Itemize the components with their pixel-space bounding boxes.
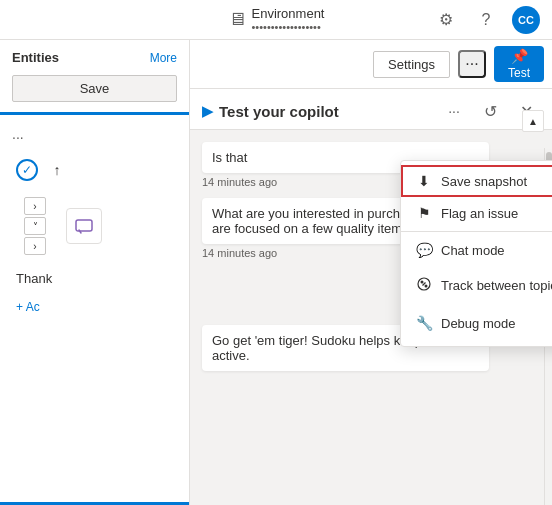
save-snapshot-label: Save snapshot [441, 174, 552, 189]
help-button[interactable]: ? [472, 6, 500, 34]
thank-text: Thank [16, 271, 52, 286]
svg-point-2 [421, 280, 424, 283]
left-dots: ··· [8, 127, 181, 147]
more-options-button[interactable]: ··· [440, 97, 468, 125]
msg-text-1: Is that [212, 150, 247, 165]
left-item-check: ✓ ↑ [8, 155, 181, 185]
dropdown-chat-mode[interactable]: 💬 Chat mode Text › [401, 234, 552, 266]
left-items: ··· ✓ ↑ › ˅ › Thank [0, 121, 189, 502]
add-ac-button[interactable]: + Ac [8, 298, 181, 316]
env-info: 🖥 Environment •••••••••••••••••• [228, 6, 325, 33]
debug-mode-label: Debug mode [441, 316, 552, 331]
env-label: Environment [252, 6, 325, 21]
chevron-right-1[interactable]: › [24, 197, 46, 215]
test-label: Test [508, 66, 530, 80]
left-panel: Entities More Save ··· ✓ ↑ › ˅ › [0, 40, 190, 505]
save-button[interactable]: Save [12, 75, 177, 102]
avatar[interactable]: CC [512, 6, 540, 34]
dropdown-divider [401, 231, 552, 232]
scroll-up-button[interactable]: ▲ [522, 110, 544, 132]
refresh-button[interactable]: ↺ [476, 97, 504, 125]
message-icon-box [66, 208, 102, 244]
chat-title-text: Test your copilot [219, 103, 339, 120]
dropdown-track-topics[interactable]: Track between topics [401, 266, 552, 304]
test-button[interactable]: 📌 Test [494, 46, 544, 82]
flag-issue-icon: ⚑ [415, 205, 433, 221]
dropdown-flag-issue[interactable]: ⚑ Flag an issue [401, 197, 552, 229]
chat-mode-label: Chat mode [441, 243, 552, 258]
chat-header: ▶ Test your copilot ··· ↺ ✕ [190, 89, 552, 130]
upload-icon: ↑ [46, 159, 68, 181]
pin-icon: 📌 [511, 48, 528, 64]
expand-icon: ▶ [202, 103, 213, 119]
more-button[interactable]: More [150, 51, 177, 65]
svg-point-3 [425, 284, 428, 287]
dropdown-debug-mode[interactable]: 🔧 Debug mode [401, 304, 552, 342]
check-icon: ✓ [16, 159, 38, 181]
dropdown-save-snapshot[interactable]: ⬇ Save snapshot [401, 165, 552, 197]
right-panel: Settings ··· 📌 Test ▶ Test your copilot … [190, 40, 552, 505]
track-topics-label: Track between topics [441, 278, 552, 293]
top-bar-actions: ⚙ ? CC [432, 6, 540, 34]
left-divider [0, 112, 189, 115]
settings-button[interactable]: Settings [373, 51, 450, 78]
debug-mode-icon: 🔧 [415, 315, 433, 331]
track-topics-icon [415, 277, 433, 294]
right-top-bar: Settings ··· 📌 Test [190, 40, 552, 89]
flag-issue-label: Flag an issue [441, 206, 552, 221]
chat-title: ▶ Test your copilot [202, 103, 440, 120]
env-icon: 🖥 [228, 9, 246, 30]
entities-header: Entities More [0, 40, 189, 71]
env-url: •••••••••••••••••• [252, 21, 325, 33]
save-snapshot-icon: ⬇ [415, 173, 433, 189]
message-icon [74, 216, 94, 236]
thank-row: Thank [8, 267, 181, 290]
three-dots-button[interactable]: ··· [458, 50, 486, 78]
chevron-down[interactable]: ˅ [24, 217, 46, 235]
svg-rect-0 [76, 220, 92, 231]
main-layout: Entities More Save ··· ✓ ↑ › ˅ › [0, 40, 552, 505]
entities-title: Entities [12, 50, 59, 65]
gear-button[interactable]: ⚙ [432, 6, 460, 34]
top-bar: 🖥 Environment •••••••••••••••••• ⚙ ? CC [0, 0, 552, 40]
chevron-buttons: › ˅ › [24, 197, 46, 255]
chat-mode-icon: 💬 [415, 242, 433, 258]
dropdown-menu: ⬇ Save snapshot ⚑ Flag an issue 💬 Chat m… [400, 160, 552, 347]
chevron-right-2[interactable]: › [24, 237, 46, 255]
